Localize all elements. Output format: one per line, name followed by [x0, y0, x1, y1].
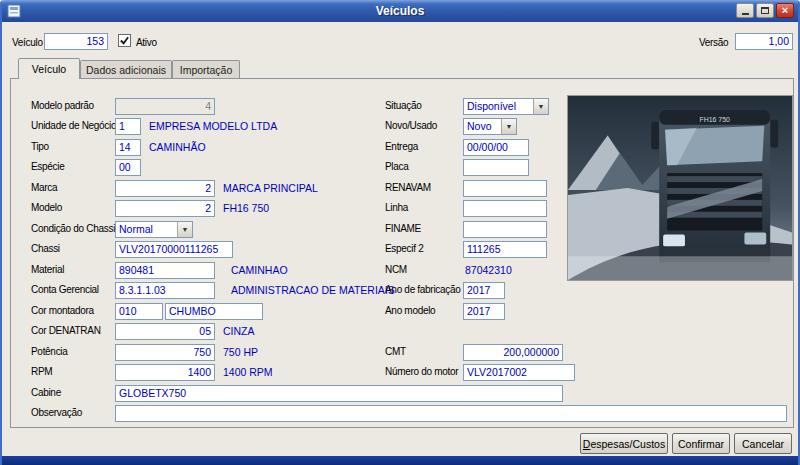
marca-desc: MARCA PRINCIPAL	[223, 182, 318, 194]
chevron-down-icon[interactable]: ▼	[177, 222, 192, 237]
chassi-field[interactable]: VLV20170000111265	[115, 241, 233, 258]
app-icon[interactable]	[7, 4, 21, 18]
material-label: Material	[31, 264, 64, 275]
modelo-desc: FH16 750	[223, 202, 269, 214]
title-bar[interactable]: Veículos ×	[2, 0, 798, 22]
unidade-negocio-label: Unidade de Negócio	[31, 120, 116, 131]
unidade-negocio-desc: EMPRESA MODELO LTDA	[149, 120, 277, 132]
cor-denatran-code-field[interactable]: 05	[115, 323, 215, 340]
ncm-label: NCM	[385, 264, 407, 275]
placa-field[interactable]	[463, 159, 529, 176]
cor-montadora-label: Cor montadora	[31, 305, 94, 316]
vehicles-window: Veículos × Veículo 153 Ativo Versão 1,00…	[0, 0, 800, 465]
potencia-label: Potência	[31, 346, 68, 357]
cor-denatran-label: Cor DENATRAN	[31, 325, 101, 336]
situacao-label: Situação	[385, 100, 422, 111]
despesas-custos-button[interactable]: Despesas/Custos	[580, 433, 668, 454]
rpm-field[interactable]: 1400	[115, 364, 215, 381]
tipo-code-field[interactable]: 14	[115, 139, 141, 156]
finame-field[interactable]	[463, 221, 547, 238]
ativo-label: Ativo	[136, 37, 157, 48]
chevron-down-icon[interactable]: ▼	[501, 119, 516, 134]
confirmar-button[interactable]: Confirmar	[672, 433, 730, 454]
window-title: Veículos	[2, 4, 798, 18]
marca-code-field[interactable]: 2	[115, 180, 215, 197]
especie-code-field[interactable]: 00	[115, 159, 141, 176]
entrega-label: Entrega	[385, 141, 418, 152]
tab-veiculo[interactable]: Veículo	[18, 58, 80, 79]
especif2-field[interactable]: 111265	[463, 241, 547, 258]
close-button[interactable]: ×	[776, 3, 794, 18]
situacao-value: Disponível	[467, 100, 516, 112]
material-desc: CAMINHAO	[231, 264, 288, 276]
maximize-icon	[761, 7, 769, 14]
condicao-chassi-value: Normal	[119, 223, 153, 235]
cabine-label: Cabine	[31, 387, 61, 398]
version-field[interactable]: 1,00	[735, 33, 793, 50]
ano-modelo-field[interactable]: 2017	[463, 303, 505, 320]
minimize-button[interactable]	[736, 3, 754, 18]
condicao-chassi-dropdown[interactable]: Normal ▼	[115, 221, 193, 238]
novo-usado-label: Novo/Usado	[385, 120, 437, 131]
cmt-label: CMT	[385, 346, 406, 357]
especif2-label: Especif 2	[385, 243, 423, 254]
vehicle-number-field[interactable]: 153	[44, 33, 108, 50]
rpm-label: RPM	[31, 366, 52, 377]
situacao-dropdown[interactable]: Disponível ▼	[463, 98, 549, 115]
maximize-button[interactable]	[756, 3, 774, 18]
conta-gerencial-desc: ADMINISTRACAO DE MATERIAIS	[231, 284, 395, 296]
ano-fabricacao-label: Ano de fabricação	[385, 284, 461, 295]
vehicle-tab-panel: Modelo padrão Unidade de Negócio Tipo Es…	[10, 78, 794, 428]
linha-field[interactable]	[463, 200, 547, 217]
conta-gerencial-code-field[interactable]: 8.3.1.1.03	[115, 282, 215, 299]
numero-motor-label: Número do motor	[385, 366, 458, 377]
ano-fabricacao-field[interactable]: 2017	[463, 282, 505, 299]
potencia-desc: 750 HP	[223, 346, 258, 358]
entrega-field[interactable]: 00/00/00	[463, 139, 529, 156]
novo-usado-dropdown[interactable]: Novo ▼	[463, 118, 517, 135]
cmt-field[interactable]: 200,000000	[463, 344, 563, 361]
condicao-chassi-label: Condição do Chassi	[31, 223, 115, 234]
check-icon	[119, 35, 130, 46]
finame-label: FINAME	[385, 223, 421, 234]
material-code-field[interactable]: 890481	[115, 262, 215, 279]
cor-denatran-desc: CINZA	[223, 325, 255, 337]
tab-dados-adicionais[interactable]: Dados adicionais	[80, 60, 172, 78]
minimize-icon	[742, 13, 749, 15]
potencia-field[interactable]: 750	[115, 344, 215, 361]
ano-modelo-label: Ano modelo	[385, 305, 435, 316]
placa-label: Placa	[385, 161, 409, 172]
especie-label: Espécie	[31, 161, 64, 172]
observacao-field[interactable]	[115, 405, 787, 422]
renavam-label: RENAVAM	[385, 182, 431, 193]
tipo-label: Tipo	[31, 141, 49, 152]
modelo-padrao-label: Modelo padrão	[31, 100, 94, 111]
ativo-checkbox[interactable]	[118, 34, 131, 47]
unidade-negocio-code-field[interactable]: 1	[115, 118, 141, 135]
novo-usado-value: Novo	[467, 120, 492, 132]
chevron-down-icon[interactable]: ▼	[533, 99, 548, 114]
ncm-value: 87042310	[465, 264, 512, 276]
truck-illustration: FH16 750	[651, 110, 778, 262]
cabine-field[interactable]: GLOBETX750	[115, 385, 563, 402]
observacao-label: Observação	[31, 407, 82, 418]
cor-montadora-desc-field[interactable]: CHUMBO	[165, 303, 263, 320]
rpm-desc: 1400 RPM	[223, 366, 273, 378]
marca-label: Marca	[31, 182, 57, 193]
renavam-field[interactable]	[463, 180, 547, 197]
version-label: Versão	[699, 37, 728, 48]
cancelar-button[interactable]: Cancelar	[734, 433, 792, 454]
vehicle-photo: FH16 750	[567, 95, 793, 281]
cor-montadora-code-field[interactable]: 010	[115, 303, 163, 320]
modelo-padrao-field: 4	[115, 98, 215, 115]
window-bottom-frame	[2, 456, 798, 465]
modelo-label: Modelo	[31, 202, 62, 213]
tab-importacao[interactable]: Importação	[172, 60, 240, 78]
linha-label: Linha	[385, 202, 408, 213]
tipo-desc: CAMINHÃO	[149, 141, 206, 153]
conta-gerencial-label: Conta Gerencial	[31, 284, 99, 295]
modelo-code-field[interactable]: 2	[115, 200, 215, 217]
chassi-label: Chassi	[31, 243, 60, 254]
truck-badge-text: FH16 750	[699, 116, 730, 123]
numero-motor-field[interactable]: VLV2017002	[463, 364, 575, 381]
